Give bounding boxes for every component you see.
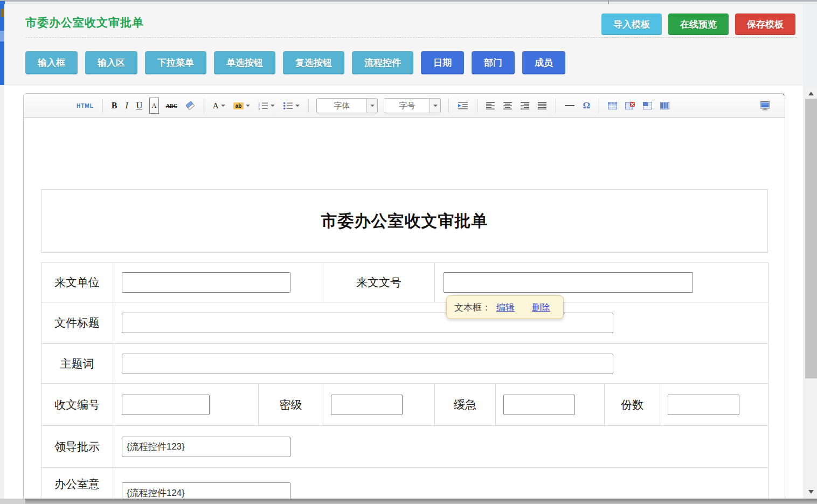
ordered-list-button[interactable]: 123 bbox=[257, 98, 276, 113]
indent-button[interactable] bbox=[456, 98, 469, 113]
background-window-edge bbox=[0, 499, 817, 504]
delete-table-icon bbox=[625, 102, 635, 110]
editor-content[interactable]: 市委办公室收文审批单 来文单位 来文文号 文件标题 主题 bbox=[24, 118, 785, 504]
save-template-button[interactable]: 保存模板 bbox=[735, 13, 795, 35]
editor-toolbar: HTML B I U A ABC A ab 123 字体 bbox=[24, 94, 785, 118]
font-color-button[interactable]: A bbox=[212, 98, 226, 113]
source-code-button[interactable]: HTML bbox=[75, 98, 95, 113]
underline-button[interactable]: U bbox=[135, 98, 144, 113]
table-row: 收文编号 密级 缓急 份数 bbox=[41, 384, 768, 426]
font-family-select[interactable]: 字体 bbox=[316, 98, 378, 113]
special-character-button[interactable]: Ω bbox=[581, 98, 591, 113]
background-window-edge-left bbox=[0, 499, 25, 504]
form-table: 来文单位 来文文号 文件标题 主题词 收文编号 密级 bbox=[41, 263, 768, 504]
align-justify-icon bbox=[538, 101, 547, 110]
table-icon bbox=[608, 102, 617, 110]
add-input-box-button[interactable]: 输入框 bbox=[25, 51, 78, 74]
text-style-button[interactable]: A bbox=[149, 98, 158, 114]
scroll-up-icon[interactable] bbox=[808, 92, 814, 95]
align-left-button[interactable] bbox=[485, 98, 496, 113]
highlight-color-button[interactable]: ab bbox=[232, 98, 252, 113]
toolbar-separator bbox=[477, 99, 477, 113]
component-toolbox: 输入框 输入区 下拉菜单 单选按钮 复选按钮 流程控件 日期 部门 成员 bbox=[25, 51, 565, 74]
chevron-down-icon bbox=[430, 99, 440, 113]
field-label-copies: 份数 bbox=[605, 384, 660, 426]
fullscreen-button[interactable] bbox=[758, 98, 772, 113]
flow-control-123-input[interactable] bbox=[122, 437, 290, 457]
bold-button[interactable]: B bbox=[110, 98, 119, 113]
toolbar-separator bbox=[102, 99, 103, 113]
field-label-urgency: 缓急 bbox=[435, 384, 496, 426]
add-textarea-button[interactable]: 输入区 bbox=[85, 51, 137, 74]
insert-table-button[interactable] bbox=[607, 98, 618, 113]
doc-number-input[interactable] bbox=[444, 272, 693, 293]
receipt-number-input[interactable] bbox=[122, 395, 210, 415]
scrollbar-thumb[interactable] bbox=[805, 99, 817, 378]
subject-input[interactable] bbox=[122, 354, 613, 374]
row-properties-button[interactable] bbox=[659, 98, 670, 113]
toolbar-separator bbox=[556, 99, 556, 113]
field-label-subject: 主题词 bbox=[41, 344, 113, 384]
align-center-button[interactable] bbox=[502, 98, 514, 113]
eraser-button[interactable] bbox=[184, 98, 196, 113]
svg-text:3: 3 bbox=[258, 107, 260, 111]
field-cell bbox=[323, 384, 435, 426]
import-template-button[interactable]: 导入模板 bbox=[601, 13, 662, 35]
window-top-divider bbox=[608, 0, 609, 4]
row-properties-icon bbox=[660, 102, 669, 110]
add-date-button[interactable]: 日期 bbox=[421, 51, 464, 74]
field-cell bbox=[113, 302, 768, 344]
add-checkbox-button[interactable]: 复选按钮 bbox=[283, 51, 344, 74]
secrecy-input[interactable] bbox=[331, 395, 403, 415]
field-label-source-unit: 来文单位 bbox=[41, 263, 113, 302]
italic-button[interactable]: I bbox=[124, 98, 129, 113]
align-left-icon bbox=[486, 101, 495, 110]
source-unit-input[interactable] bbox=[122, 272, 290, 293]
rich-text-editor: HTML B I U A ABC A ab 123 字体 bbox=[23, 93, 785, 504]
add-dropdown-button[interactable]: 下拉菜单 bbox=[145, 51, 206, 74]
delete-link[interactable]: 删除 bbox=[532, 301, 550, 314]
online-preview-button[interactable]: 在线预览 bbox=[668, 13, 729, 35]
add-radio-button[interactable]: 单选按钮 bbox=[214, 51, 275, 74]
field-cell bbox=[113, 384, 259, 426]
chevron-down-icon bbox=[271, 105, 275, 107]
field-cell bbox=[113, 426, 768, 468]
unordered-list-button[interactable] bbox=[282, 98, 301, 113]
indent-icon bbox=[458, 101, 468, 110]
document-title-box: 市委办公室收文审批单 bbox=[41, 189, 768, 253]
chevron-down-icon bbox=[295, 105, 300, 107]
horizontal-rule-button[interactable] bbox=[564, 98, 576, 113]
delete-table-button[interactable] bbox=[624, 98, 636, 113]
vertical-scrollbar[interactable] bbox=[805, 88, 817, 499]
add-member-button[interactable]: 成员 bbox=[522, 51, 565, 74]
app-window: 市委办公室收文审批单 导入模板 在线预览 保存模板 输入框 输入区 下拉菜单 单… bbox=[0, 0, 817, 504]
add-department-button[interactable]: 部门 bbox=[472, 51, 515, 74]
scroll-down-icon[interactable] bbox=[808, 490, 814, 494]
monitor-icon bbox=[759, 101, 771, 111]
align-justify-button[interactable] bbox=[537, 98, 548, 113]
align-center-icon bbox=[503, 101, 513, 110]
toolbar-separator bbox=[204, 99, 204, 113]
copies-input[interactable] bbox=[668, 395, 739, 415]
font-size-select[interactable]: 字号 bbox=[384, 98, 441, 113]
field-label-doc-number: 来文文号 bbox=[323, 263, 435, 302]
field-cell bbox=[113, 263, 323, 302]
urgency-input[interactable] bbox=[503, 395, 575, 415]
cell-properties-button[interactable] bbox=[642, 98, 653, 113]
background-icon-fragment bbox=[1, 9, 4, 17]
field-label-leader-comments: 领导批示 bbox=[41, 426, 113, 468]
chevron-down-icon bbox=[366, 99, 377, 113]
tooltip-label: 文本框： bbox=[454, 301, 491, 314]
edit-link[interactable]: 编辑 bbox=[496, 301, 515, 314]
horizontal-rule-icon bbox=[565, 105, 574, 106]
strikethrough-button[interactable]: ABC bbox=[165, 98, 178, 113]
page-header: 市委办公室收文审批单 导入模板 在线预览 保存模板 输入框 输入区 下拉菜单 单… bbox=[4, 4, 803, 85]
add-flow-control-button[interactable]: 流程控件 bbox=[352, 51, 413, 74]
toolbar-separator bbox=[448, 99, 449, 113]
align-right-icon bbox=[521, 101, 530, 110]
table-row: 文件标题 bbox=[41, 302, 768, 344]
page-title: 市委办公室收文审批单 bbox=[25, 15, 144, 30]
align-right-button[interactable] bbox=[520, 98, 531, 113]
header-actions: 导入模板 在线预览 保存模板 bbox=[601, 13, 795, 35]
field-cell bbox=[660, 384, 768, 426]
